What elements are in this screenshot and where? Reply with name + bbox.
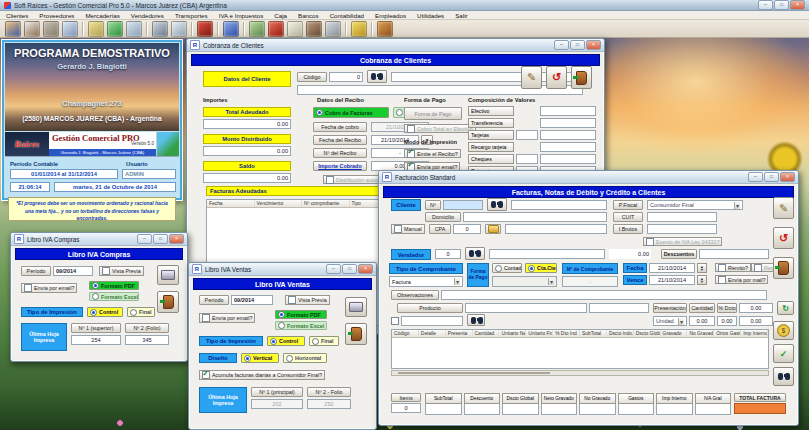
acumula-checkbox[interactable]: Acumula facturas diarias a Consumidor Fi…	[199, 370, 325, 380]
mailbox-icon[interactable]	[268, 21, 284, 37]
forma-pago-button[interactable]: Forma de Pago	[404, 107, 462, 120]
column-header[interactable]: % Dto Ind	[553, 330, 580, 337]
confirm-button[interactable]: ✎	[773, 197, 794, 219]
confirm-items-button[interactable]: ✓	[773, 344, 794, 363]
importe-field[interactable]: 0.00	[739, 316, 773, 326]
facturacion-title-bar[interactable]: R Facturación Standard – □ ×	[379, 171, 798, 184]
compras-title-bar[interactable]: R Libro IVA Compras – □ ×	[11, 233, 187, 246]
vendedor-nro-field[interactable]: 0	[435, 249, 461, 259]
formato-excel-radio[interactable]: Formato Excel	[89, 292, 139, 301]
dcto-field[interactable]: 0.00	[739, 303, 773, 313]
menu-item[interactable]: Transportes	[175, 12, 208, 19]
exit-door-icon[interactable]	[377, 21, 393, 37]
app-close-button[interactable]: ×	[790, 0, 805, 10]
calculator-icon[interactable]	[223, 21, 239, 37]
close-button[interactable]: ×	[358, 264, 373, 274]
tipo-comprobante-dropdown[interactable]: Factura	[389, 276, 463, 287]
undo-button[interactable]: ↺	[773, 227, 794, 249]
n2-field[interactable]: 292	[307, 399, 351, 409]
items-table[interactable]: CódigoDetallePresentaCantidadUnitario Ne…	[391, 329, 769, 369]
dcto2-field[interactable]: 0.00	[717, 316, 737, 326]
edit-icon[interactable]	[24, 21, 40, 37]
composicion-row-label[interactable]: Transferencia	[468, 118, 514, 128]
minimize-button[interactable]: –	[554, 40, 569, 50]
periodo-field[interactable]: 09/2014	[53, 266, 93, 276]
column-header[interactable]: Cantidad	[473, 330, 500, 337]
composicion-row-label[interactable]: Recargo tarjeta	[468, 142, 514, 152]
composicion-small-field[interactable]	[516, 154, 538, 164]
maximize-button[interactable]: □	[570, 40, 585, 50]
vista-previa-checkbox[interactable]: Vista Previa	[285, 295, 330, 305]
contado-radio[interactable]: Contado	[492, 263, 522, 273]
composicion-row-label[interactable]: Tarjetas	[468, 130, 514, 140]
exit-button[interactable]	[571, 66, 592, 89]
key-icon[interactable]	[351, 21, 367, 37]
remito-checkbox[interactable]: Remito?	[715, 263, 751, 272]
column-header[interactable]: SubTotal	[580, 330, 607, 337]
vendedor-search-icon[interactable]	[465, 247, 485, 260]
map-search-icon[interactable]	[249, 21, 265, 37]
ctacte-radio[interactable]: Cta.Cte.	[525, 263, 557, 273]
app-maximize-button[interactable]: □	[774, 0, 789, 10]
ledger-icon[interactable]	[107, 21, 123, 37]
print-button[interactable]	[157, 265, 179, 285]
confirm-button[interactable]: ✎	[521, 66, 542, 89]
descuentos-button[interactable]: Descuentos	[661, 249, 697, 259]
menu-item[interactable]: Utilidades	[417, 12, 444, 19]
notepad-icon[interactable]	[287, 21, 303, 37]
column-header[interactable]: Unitario Final	[526, 330, 553, 337]
menu-item[interactable]: IVA e Impuestos	[219, 12, 264, 19]
formato-pdf-radio[interactable]: Formato PDF	[275, 310, 327, 319]
menu-item[interactable]: Mercaderías	[85, 12, 119, 19]
ibrutos-field[interactable]	[647, 224, 717, 234]
column-header[interactable]: Gravado	[661, 330, 688, 337]
producto-codigo-field[interactable]	[401, 316, 463, 326]
cliente-nro-field[interactable]	[443, 200, 483, 210]
minimize-button[interactable]: –	[748, 172, 763, 182]
menu-item[interactable]: Bancos	[298, 12, 319, 19]
user-value-field[interactable]: ADMIN	[122, 169, 176, 179]
composicion-row-label[interactable]: Efectivo	[468, 106, 514, 116]
cantidad-field[interactable]: 0.00	[689, 316, 715, 326]
composicion-value-field[interactable]	[540, 118, 596, 128]
minimize-button[interactable]: –	[326, 264, 341, 274]
envia-mail-checkbox[interactable]: Envía por mail?	[715, 275, 768, 284]
domicilio-field[interactable]	[463, 212, 607, 222]
minimize-button[interactable]: –	[137, 234, 152, 244]
cobranza-title-bar[interactable]: R Cobranza de Clientes – □ ×	[187, 39, 604, 52]
exit-button[interactable]	[157, 291, 179, 313]
search-icon[interactable]	[171, 21, 187, 37]
column-header[interactable]: Imp Interno	[741, 330, 768, 337]
localidad-field[interactable]	[505, 224, 607, 234]
menu-item[interactable]: Clientes	[6, 12, 28, 19]
close-button[interactable]: ×	[586, 40, 601, 50]
envia-email-checkbox[interactable]: Envía por email?	[21, 283, 77, 293]
plan-pago-dropdown[interactable]	[492, 276, 557, 287]
control-radio[interactable]: Control	[87, 307, 123, 317]
manual-checkbox[interactable]: Manual	[391, 224, 425, 234]
horizontal-radio[interactable]: Horizontal	[283, 353, 327, 363]
formato-pdf-radio[interactable]: Formato PDF	[89, 281, 139, 290]
final-radio[interactable]: Final	[309, 336, 339, 346]
safe-icon[interactable]	[306, 21, 322, 37]
pfiscal-dropdown[interactable]: Consumidor Final	[647, 200, 743, 210]
clients-icon[interactable]	[5, 21, 21, 37]
unidad-dropdown[interactable]: Unidad	[653, 316, 687, 326]
column-header[interactable]: Unitario Neto	[499, 330, 526, 337]
cuit-field[interactable]	[647, 212, 717, 222]
menu-item[interactable]: Proveedores	[39, 12, 74, 19]
vista-previa-checkbox[interactable]: Vista Previa	[99, 266, 144, 276]
vertical-radio[interactable]: Vertical	[241, 353, 279, 363]
close-button[interactable]: ×	[780, 172, 795, 182]
undo-button[interactable]: ↺	[546, 66, 567, 89]
money-button[interactable]: $	[773, 321, 794, 340]
composicion-value-field[interactable]	[540, 154, 596, 164]
exit-button[interactable]	[773, 257, 794, 279]
column-header[interactable]: Código	[392, 330, 419, 337]
n1-field[interactable]: 254	[71, 335, 121, 345]
composicion-row-label[interactable]: Cheques	[468, 154, 514, 164]
print-button[interactable]	[345, 297, 367, 317]
envia-email-checkbox[interactable]: Envía por email?	[199, 313, 255, 323]
column-header[interactable]: Otros Gastos	[714, 330, 741, 337]
composicion-value-field[interactable]	[540, 106, 596, 116]
